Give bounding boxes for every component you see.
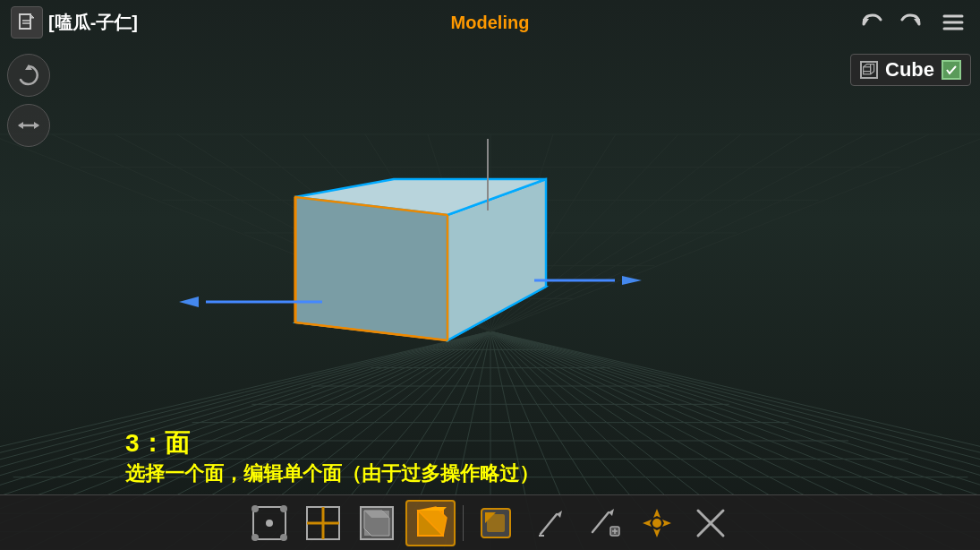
svg-point-30 (251, 505, 259, 512)
axis-arrow-vertical (483, 139, 492, 211)
svg-marker-56 (653, 529, 660, 537)
undo-button[interactable] (855, 6, 887, 39)
svg-point-29 (266, 520, 273, 527)
face-mode-button[interactable] (352, 500, 402, 546)
svg-marker-55 (653, 509, 660, 518)
pan-view-button[interactable] (7, 104, 50, 147)
delete-tool-button[interactable] (686, 500, 736, 546)
menu-button[interactable] (937, 6, 969, 39)
svg-marker-26 (18, 122, 23, 129)
svg-marker-1 (295, 197, 447, 340)
edge-mode-button[interactable] (298, 500, 348, 546)
svg-point-59 (652, 519, 661, 528)
window-title: [嗑瓜-子仁] (48, 11, 138, 35)
toolbar-divider (463, 505, 464, 541)
object-panel: Cube (850, 54, 971, 86)
pencil-tool-button[interactable] (524, 500, 575, 546)
svg-marker-11 (622, 276, 642, 285)
instruction-line2: 选择一个面，编辑单个面（由于过多操作略过） (125, 460, 539, 487)
mode-label: Modeling (451, 13, 530, 33)
svg-marker-48 (557, 511, 562, 518)
object-visibility-checkbox[interactable] (942, 60, 961, 80)
viewport: [嗑瓜-子仁] Modeling (0, 0, 980, 550)
instruction-text: 3：面 选择一个面，编辑单个面（由于过多操作略过） (125, 426, 539, 487)
vertex-mode-button[interactable] (244, 500, 294, 546)
svg-line-50 (592, 512, 609, 532)
svg-marker-58 (662, 520, 671, 527)
bottom-toolbar (0, 494, 980, 550)
svg-point-32 (251, 534, 259, 541)
select-tool-button[interactable] (471, 500, 521, 546)
object-name-label: Cube (885, 58, 934, 82)
svg-point-31 (280, 505, 287, 512)
axis-arrow-left (179, 296, 322, 308)
svg-rect-13 (20, 14, 30, 29)
redo-button[interactable] (896, 6, 928, 39)
cube-3d (268, 143, 555, 380)
svg-rect-21 (864, 67, 871, 74)
svg-marker-57 (643, 520, 652, 527)
face-mode-active-button[interactable] (405, 500, 456, 546)
top-right-controls (855, 6, 969, 39)
left-controls (7, 54, 50, 147)
object-type-icon (860, 61, 878, 79)
top-left-controls: [嗑瓜-子仁] (11, 6, 138, 39)
svg-point-33 (280, 534, 287, 541)
svg-line-47 (541, 514, 557, 534)
svg-marker-51 (609, 509, 614, 516)
rotate-view-button[interactable] (7, 54, 50, 97)
instruction-line1: 3：面 (125, 426, 539, 460)
transform-tool-button[interactable] (632, 500, 682, 546)
axis-arrow-right (534, 276, 642, 285)
svg-marker-27 (34, 122, 39, 129)
top-bar: [嗑瓜-子仁] Modeling (0, 0, 980, 45)
file-button[interactable] (11, 6, 43, 39)
pencil-plus-tool-button[interactable] (578, 500, 628, 546)
svg-marker-9 (179, 296, 199, 307)
